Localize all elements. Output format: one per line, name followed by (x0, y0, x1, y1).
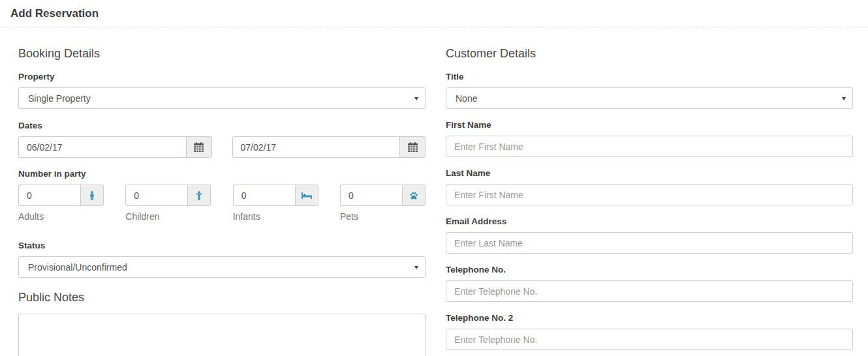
calendar-icon (194, 142, 204, 152)
title-select[interactable]: None (446, 87, 853, 109)
email-address-row: Email Address (446, 216, 853, 254)
first-name-row: First Name (446, 120, 853, 157)
pets-field: Pets (340, 185, 426, 222)
first-name-label: First Name (446, 120, 853, 130)
number-in-party-label: Number in party (18, 169, 426, 179)
status-label: Status (18, 241, 426, 250)
property-label: Property (18, 72, 426, 82)
telephone-label: Telephone No. (446, 265, 853, 274)
paw-icon (409, 191, 418, 200)
pets-addon (402, 185, 426, 206)
property-select[interactable]: Single Property (18, 87, 426, 109)
public-notes-heading: Public Notes (18, 291, 426, 304)
adults-addon (80, 185, 104, 206)
adults-label: Adults (18, 211, 104, 222)
last-name-row: Last Name (446, 168, 853, 205)
calendar-icon (408, 142, 418, 152)
page-header: Add Reservation (0, 0, 868, 20)
end-date-group (232, 136, 426, 158)
bed-icon (302, 192, 312, 200)
end-date-calendar-button[interactable] (399, 136, 426, 158)
adults-input[interactable] (18, 185, 80, 206)
email-address-label: Email Address (446, 216, 853, 226)
email-address-input[interactable] (446, 232, 853, 254)
start-date-group (18, 136, 212, 158)
last-name-label: Last Name (446, 168, 853, 178)
children-addon (187, 185, 211, 206)
title-select-value: None (456, 93, 477, 104)
booking-details-column: Booking Details Property Single Property… (18, 47, 426, 356)
child-icon (194, 191, 204, 200)
dates-label: Dates (18, 121, 426, 130)
last-name-input[interactable] (446, 184, 853, 205)
chevron-down-icon (842, 97, 846, 100)
status-select-value: Provisional/Unconfirmed (28, 262, 127, 273)
children-field: Children (125, 185, 211, 222)
telephone-row: Telephone No. (446, 265, 853, 302)
children-input[interactable] (125, 185, 187, 206)
infants-label: Infants (233, 211, 318, 222)
chevron-down-icon (414, 97, 418, 100)
pets-input[interactable] (340, 185, 402, 206)
booking-details-heading: Booking Details (18, 47, 426, 61)
first-name-input[interactable] (446, 136, 853, 157)
pets-label: Pets (340, 211, 426, 222)
number-in-party-row: Adults (18, 185, 426, 222)
telephone-input[interactable] (446, 280, 853, 302)
telephone2-row: Telephone No. 2 (446, 313, 853, 350)
title-label: Title (446, 72, 853, 82)
infants-input[interactable] (233, 185, 295, 206)
dates-row (18, 136, 426, 158)
children-label: Children (125, 211, 211, 222)
end-date-input[interactable] (232, 136, 400, 158)
status-select[interactable]: Provisional/Unconfirmed (18, 256, 426, 278)
telephone2-label: Telephone No. 2 (446, 313, 853, 323)
property-select-value: Single Property (28, 93, 91, 104)
start-date-calendar-button[interactable] (186, 136, 212, 158)
customer-details-column: Customer Details Title None First Name L… (446, 47, 853, 356)
form-content: Booking Details Property Single Property… (0, 27, 868, 356)
infants-addon (295, 185, 318, 206)
page-title: Add Reservation (10, 7, 858, 20)
public-notes-textarea[interactable] (18, 314, 426, 356)
telephone2-input[interactable] (446, 329, 853, 350)
chevron-down-icon (414, 266, 418, 269)
infants-field: Infants (233, 185, 318, 222)
adults-field: Adults (18, 185, 104, 222)
start-date-input[interactable] (18, 136, 186, 158)
customer-details-heading: Customer Details (446, 47, 853, 61)
male-icon (87, 191, 97, 200)
